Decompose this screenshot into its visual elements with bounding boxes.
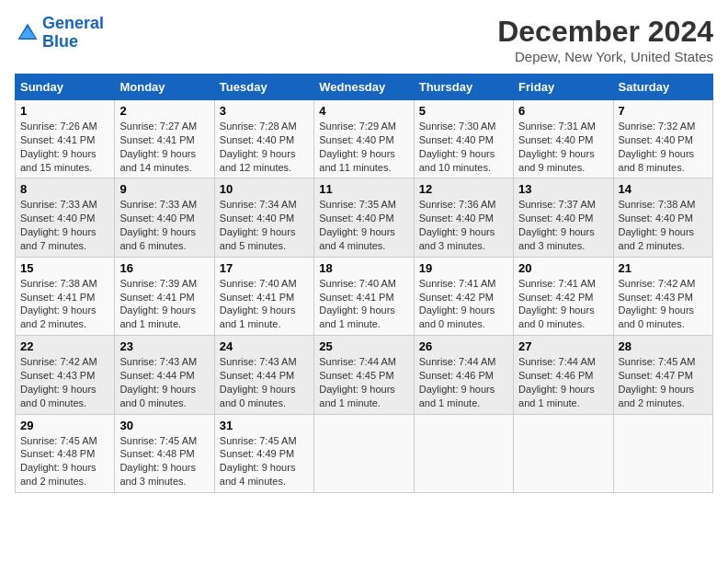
day-number: 8: [20, 182, 109, 196]
day-number: 4: [319, 104, 408, 118]
day-cell-9: 9Sunrise: 7:33 AM Sunset: 4:40 PM Daylig…: [115, 178, 214, 257]
day-number: 28: [619, 339, 708, 353]
day-cell-15: 15Sunrise: 7:38 AM Sunset: 4:41 PM Dayli…: [16, 257, 115, 335]
calendar-body: 1Sunrise: 7:26 AM Sunset: 4:41 PM Daylig…: [16, 100, 713, 493]
day-cell-29: 29Sunrise: 7:45 AM Sunset: 4:48 PM Dayli…: [16, 414, 115, 492]
day-number: 2: [119, 104, 209, 118]
day-cell-20: 20Sunrise: 7:41 AM Sunset: 4:42 PM Dayli…: [514, 257, 613, 335]
logo: General Blue: [15, 15, 104, 52]
day-number: 12: [419, 182, 508, 196]
day-cell-16: 16Sunrise: 7:39 AM Sunset: 4:41 PM Dayli…: [115, 257, 214, 335]
empty-cell: [414, 414, 513, 492]
day-number: 26: [419, 339, 508, 353]
day-number: 16: [119, 261, 209, 275]
day-number: 27: [518, 339, 608, 353]
day-info: Sunrise: 7:43 AM Sunset: 4:44 PM Dayligh…: [220, 355, 309, 409]
day-info: Sunrise: 7:26 AM Sunset: 4:41 PM Dayligh…: [20, 120, 109, 174]
day-cell-1: 1Sunrise: 7:26 AM Sunset: 4:41 PM Daylig…: [16, 100, 115, 178]
day-info: Sunrise: 7:41 AM Sunset: 4:42 PM Dayligh…: [419, 277, 508, 331]
page-subtitle: Depew, New York, United States: [497, 49, 713, 64]
day-number: 25: [319, 339, 408, 353]
empty-cell: [314, 414, 414, 492]
day-info: Sunrise: 7:42 AM Sunset: 4:43 PM Dayligh…: [20, 355, 109, 409]
day-cell-8: 8Sunrise: 7:33 AM Sunset: 4:40 PM Daylig…: [16, 178, 115, 257]
calendar-table: SundayMondayTuesdayWednesdayThursdayFrid…: [15, 74, 713, 493]
week-row-4: 22Sunrise: 7:42 AM Sunset: 4:43 PM Dayli…: [16, 336, 713, 414]
day-cell-22: 22Sunrise: 7:42 AM Sunset: 4:43 PM Dayli…: [16, 336, 115, 414]
day-cell-11: 11Sunrise: 7:35 AM Sunset: 4:40 PM Dayli…: [314, 178, 414, 257]
day-number: 29: [20, 419, 109, 432]
day-number: 21: [619, 261, 708, 275]
col-header-thursday: Thursday: [414, 75, 513, 100]
day-number: 30: [119, 419, 209, 432]
day-cell-17: 17Sunrise: 7:40 AM Sunset: 4:41 PM Dayli…: [214, 257, 313, 335]
day-cell-4: 4Sunrise: 7:29 AM Sunset: 4:40 PM Daylig…: [314, 100, 414, 178]
day-number: 6: [518, 104, 608, 118]
col-header-friday: Friday: [514, 75, 613, 100]
day-info: Sunrise: 7:31 AM Sunset: 4:40 PM Dayligh…: [518, 120, 608, 174]
day-cell-23: 23Sunrise: 7:43 AM Sunset: 4:44 PM Dayli…: [115, 336, 214, 414]
day-cell-6: 6Sunrise: 7:31 AM Sunset: 4:40 PM Daylig…: [514, 100, 613, 178]
day-cell-18: 18Sunrise: 7:40 AM Sunset: 4:41 PM Dayli…: [314, 257, 414, 335]
title-block: December 2024 Depew, New York, United St…: [497, 15, 713, 64]
day-cell-26: 26Sunrise: 7:44 AM Sunset: 4:46 PM Dayli…: [414, 336, 513, 414]
day-number: 22: [20, 339, 109, 353]
day-info: Sunrise: 7:43 AM Sunset: 4:44 PM Dayligh…: [119, 355, 209, 409]
day-cell-31: 31Sunrise: 7:45 AM Sunset: 4:49 PM Dayli…: [214, 414, 313, 492]
day-number: 19: [419, 261, 508, 275]
col-header-tuesday: Tuesday: [214, 75, 313, 100]
day-cell-3: 3Sunrise: 7:28 AM Sunset: 4:40 PM Daylig…: [214, 100, 313, 178]
day-cell-14: 14Sunrise: 7:38 AM Sunset: 4:40 PM Dayli…: [613, 178, 712, 257]
day-number: 20: [518, 261, 608, 275]
day-number: 17: [220, 261, 309, 275]
week-row-5: 29Sunrise: 7:45 AM Sunset: 4:48 PM Dayli…: [16, 414, 713, 492]
day-number: 10: [220, 182, 309, 196]
calendar-header: SundayMondayTuesdayWednesdayThursdayFrid…: [16, 75, 713, 100]
day-cell-12: 12Sunrise: 7:36 AM Sunset: 4:40 PM Dayli…: [414, 178, 513, 257]
day-info: Sunrise: 7:45 AM Sunset: 4:47 PM Dayligh…: [619, 355, 708, 409]
day-cell-28: 28Sunrise: 7:45 AM Sunset: 4:47 PM Dayli…: [613, 336, 712, 414]
week-row-3: 15Sunrise: 7:38 AM Sunset: 4:41 PM Dayli…: [16, 257, 713, 335]
day-info: Sunrise: 7:39 AM Sunset: 4:41 PM Dayligh…: [119, 277, 209, 331]
day-info: Sunrise: 7:40 AM Sunset: 4:41 PM Dayligh…: [220, 277, 309, 331]
day-cell-27: 27Sunrise: 7:44 AM Sunset: 4:46 PM Dayli…: [514, 336, 613, 414]
day-info: Sunrise: 7:38 AM Sunset: 4:40 PM Dayligh…: [619, 198, 708, 252]
day-info: Sunrise: 7:45 AM Sunset: 4:48 PM Dayligh…: [20, 434, 109, 488]
day-cell-13: 13Sunrise: 7:37 AM Sunset: 4:40 PM Dayli…: [514, 178, 613, 257]
day-number: 23: [119, 339, 209, 353]
day-cell-19: 19Sunrise: 7:41 AM Sunset: 4:42 PM Dayli…: [414, 257, 513, 335]
day-info: Sunrise: 7:44 AM Sunset: 4:45 PM Dayligh…: [319, 355, 408, 409]
day-info: Sunrise: 7:34 AM Sunset: 4:40 PM Dayligh…: [220, 198, 309, 252]
day-number: 15: [20, 261, 109, 275]
day-cell-5: 5Sunrise: 7:30 AM Sunset: 4:40 PM Daylig…: [414, 100, 513, 178]
day-info: Sunrise: 7:33 AM Sunset: 4:40 PM Dayligh…: [20, 198, 109, 252]
day-number: 7: [619, 104, 708, 118]
day-info: Sunrise: 7:28 AM Sunset: 4:40 PM Dayligh…: [220, 120, 309, 174]
day-info: Sunrise: 7:45 AM Sunset: 4:48 PM Dayligh…: [119, 434, 209, 488]
day-info: Sunrise: 7:38 AM Sunset: 4:41 PM Dayligh…: [20, 277, 109, 331]
day-info: Sunrise: 7:29 AM Sunset: 4:40 PM Dayligh…: [319, 120, 408, 174]
day-info: Sunrise: 7:40 AM Sunset: 4:41 PM Dayligh…: [319, 277, 408, 331]
day-info: Sunrise: 7:27 AM Sunset: 4:41 PM Dayligh…: [119, 120, 209, 174]
day-number: 18: [319, 261, 408, 275]
day-cell-21: 21Sunrise: 7:42 AM Sunset: 4:43 PM Dayli…: [613, 257, 712, 335]
day-number: 5: [419, 104, 508, 118]
day-number: 1: [20, 104, 109, 118]
day-number: 31: [220, 419, 309, 432]
day-info: Sunrise: 7:33 AM Sunset: 4:40 PM Dayligh…: [119, 198, 209, 252]
day-info: Sunrise: 7:44 AM Sunset: 4:46 PM Dayligh…: [419, 355, 508, 409]
day-cell-10: 10Sunrise: 7:34 AM Sunset: 4:40 PM Dayli…: [214, 178, 313, 257]
day-info: Sunrise: 7:30 AM Sunset: 4:40 PM Dayligh…: [419, 120, 508, 174]
header-row: SundayMondayTuesdayWednesdayThursdayFrid…: [16, 75, 713, 100]
day-number: 14: [619, 182, 708, 196]
day-info: Sunrise: 7:32 AM Sunset: 4:40 PM Dayligh…: [619, 120, 708, 174]
col-header-monday: Monday: [115, 75, 214, 100]
day-cell-2: 2Sunrise: 7:27 AM Sunset: 4:41 PM Daylig…: [115, 100, 214, 178]
day-info: Sunrise: 7:35 AM Sunset: 4:40 PM Dayligh…: [319, 198, 408, 252]
logo-icon: [15, 20, 40, 46]
day-cell-25: 25Sunrise: 7:44 AM Sunset: 4:45 PM Dayli…: [314, 336, 414, 414]
day-info: Sunrise: 7:44 AM Sunset: 4:46 PM Dayligh…: [518, 355, 608, 409]
page-header: General Blue December 2024 Depew, New Yo…: [15, 15, 713, 64]
week-row-1: 1Sunrise: 7:26 AM Sunset: 4:41 PM Daylig…: [16, 100, 713, 178]
empty-cell: [514, 414, 613, 492]
